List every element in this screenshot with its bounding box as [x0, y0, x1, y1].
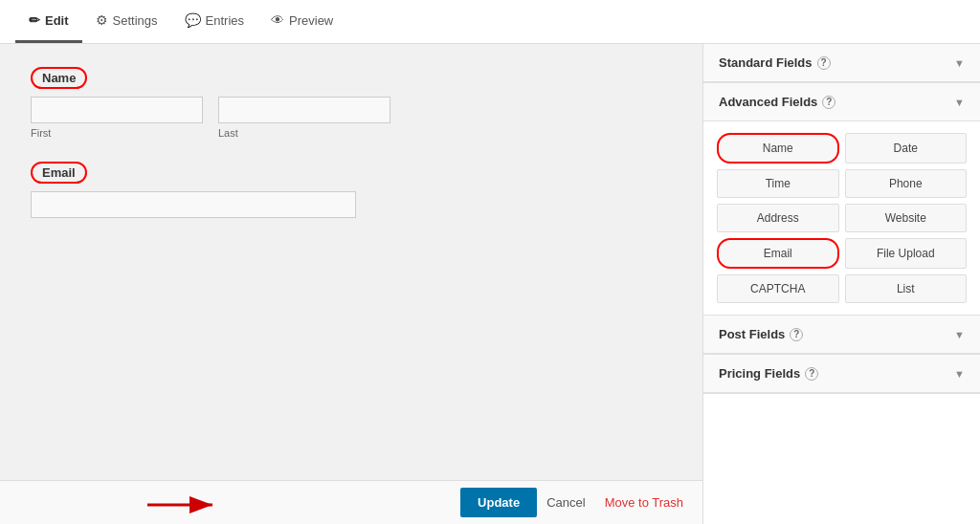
pricing-fields-section: Pricing Fields ? ▼ [703, 355, 980, 394]
first-name-input[interactable] [31, 97, 203, 123]
preview-icon: 👁 [271, 12, 284, 28]
field-btn-name[interactable]: Name [717, 133, 839, 164]
nav-edit[interactable]: ✏ Edit [15, 0, 82, 43]
email-input-wrapper [31, 191, 672, 218]
entries-icon: 💬 [185, 12, 201, 28]
name-field-wrapper: Name First Last [31, 67, 672, 139]
form-canvas: Name First Last Email [0, 44, 702, 524]
nav-entries[interactable]: 💬 Entries [171, 0, 257, 43]
email-input[interactable] [31, 191, 356, 218]
standard-fields-chevron: ▼ [954, 57, 965, 69]
advanced-fields-grid: Name Date Time Phone Address Website Ema… [703, 121, 980, 315]
field-btn-captcha[interactable]: CAPTCHA [717, 274, 839, 303]
field-btn-website[interactable]: Website [845, 204, 968, 232]
last-name-label: Last [218, 127, 390, 139]
post-fields-help-icon[interactable]: ? [790, 328, 803, 341]
field-btn-file-upload[interactable]: File Upload [845, 238, 968, 269]
pricing-fields-chevron: ▼ [954, 368, 965, 380]
first-name-label: First [31, 127, 203, 139]
standard-fields-section: Standard Fields ? ▼ [703, 44, 980, 83]
settings-icon: ⚙ [96, 12, 108, 28]
top-navigation: ✏ Edit ⚙ Settings 💬 Entries 👁 Preview [0, 0, 980, 44]
nav-settings-label: Settings [113, 13, 158, 28]
field-btn-address[interactable]: Address [717, 204, 839, 232]
move-to-trash-button[interactable]: Move to Trash [605, 495, 683, 510]
name-field-label: Name [31, 67, 87, 89]
pricing-fields-title: Pricing Fields ? [719, 366, 818, 381]
nav-preview[interactable]: 👁 Preview [257, 0, 346, 43]
advanced-fields-chevron: ▼ [954, 97, 965, 108]
arrow-indicator [147, 493, 224, 516]
name-field-inputs: First Last [31, 97, 672, 139]
field-btn-list[interactable]: List [845, 274, 968, 303]
last-name-group: Last [218, 97, 390, 139]
nav-settings[interactable]: ⚙ Settings [82, 0, 171, 43]
advanced-fields-title: Advanced Fields ? [719, 95, 835, 109]
last-name-input[interactable] [218, 97, 390, 123]
sidebar: Standard Fields ? ▼ Advanced Fields ? ▼ … [702, 44, 980, 524]
standard-fields-header[interactable]: Standard Fields ? ▼ [703, 44, 980, 82]
first-name-group: First [31, 97, 203, 139]
field-btn-time[interactable]: Time [717, 169, 839, 198]
field-btn-phone[interactable]: Phone [845, 169, 968, 198]
advanced-fields-section: Advanced Fields ? ▼ Name Date Time Phone… [703, 83, 980, 316]
nav-preview-label: Preview [289, 13, 333, 28]
pricing-fields-help-icon[interactable]: ? [805, 367, 818, 381]
post-fields-header[interactable]: Post Fields ? ▼ [703, 316, 980, 354]
edit-icon: ✏ [29, 12, 40, 28]
cancel-button[interactable]: Cancel [546, 495, 585, 510]
post-fields-title: Post Fields ? [719, 327, 803, 341]
nav-edit-label: Edit [45, 13, 69, 28]
field-btn-date[interactable]: Date [845, 133, 968, 164]
advanced-fields-header[interactable]: Advanced Fields ? ▼ [703, 83, 980, 121]
bottom-bar: Update Cancel Move to Trash [0, 480, 702, 524]
pricing-fields-header[interactable]: Pricing Fields ? ▼ [703, 355, 980, 393]
email-field-label: Email [31, 162, 87, 184]
nav-entries-label: Entries [206, 13, 244, 28]
standard-fields-help-icon[interactable]: ? [817, 56, 831, 70]
main-layout: Name First Last Email [0, 44, 980, 524]
arrow-svg [147, 493, 224, 516]
update-button[interactable]: Update [460, 488, 537, 517]
email-field-wrapper: Email [31, 162, 672, 218]
advanced-fields-help-icon[interactable]: ? [822, 96, 835, 109]
post-fields-chevron: ▼ [954, 329, 965, 340]
standard-fields-title: Standard Fields ? [719, 55, 831, 70]
post-fields-section: Post Fields ? ▼ [703, 316, 980, 355]
field-btn-email[interactable]: Email [717, 238, 839, 269]
